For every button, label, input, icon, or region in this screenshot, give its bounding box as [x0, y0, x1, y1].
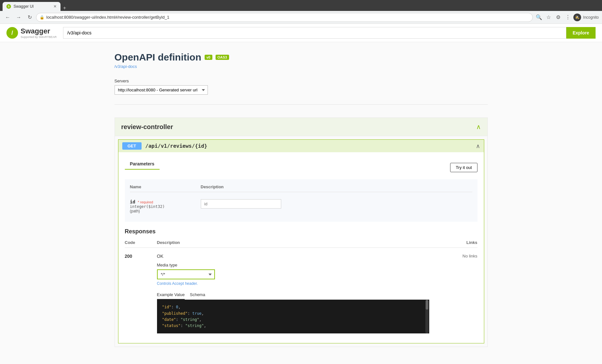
- response-row-200: 200 OK Media type */* Controls Accept he…: [125, 250, 477, 337]
- code-scrollthumb: [426, 300, 428, 310]
- swagger-header: / Swagger Supported by SMARTBEAR Explore: [0, 24, 602, 42]
- media-type-label: Media type: [157, 263, 429, 267]
- server-select[interactable]: http://localhost:8080 - Generated server…: [115, 85, 208, 95]
- tab-favicon: S: [6, 4, 11, 9]
- swagger-logo-name: Swagger: [21, 27, 57, 35]
- servers-section: Servers http://localhost:8080 - Generate…: [115, 79, 488, 95]
- params-header-row: Parameters Try it out: [125, 159, 477, 176]
- address-text: localhost:8080/swagger-ui/index.html#/re…: [46, 15, 169, 20]
- incognito-label: Incognito: [583, 15, 599, 20]
- responses-title: Responses: [125, 228, 477, 235]
- swagger-logo: / Swagger Supported by SMARTBEAR: [6, 27, 57, 39]
- lock-icon: 🔒: [40, 15, 44, 20]
- new-tab-button[interactable]: +: [60, 5, 69, 11]
- resp-col-links: Links: [429, 240, 477, 245]
- swagger-logo-icon: /: [6, 27, 18, 39]
- responses-table-header: Code Description Links: [125, 240, 477, 248]
- controller-title: review-controller: [121, 123, 173, 131]
- params-table: Name Description id * required integer($…: [125, 179, 477, 222]
- resp-col-desc: Description: [157, 240, 429, 245]
- badge-v0: v0: [205, 55, 212, 60]
- controller-section: review-controller ∧ GET /api/v1/reviews/…: [115, 117, 488, 347]
- swagger-search: Explore: [63, 27, 596, 39]
- tab-title: Swagger UI: [14, 4, 34, 9]
- browser-tab[interactable]: S Swagger UI ✕: [3, 2, 60, 11]
- divider: [115, 104, 488, 105]
- example-tabs: Example Value Schema: [157, 290, 429, 300]
- try-it-out-button[interactable]: Try it out: [450, 163, 477, 172]
- param-id-input[interactable]: [201, 199, 281, 209]
- endpoint-header[interactable]: GET /api/v1/reviews/{id} ∧: [118, 140, 484, 152]
- tab-parameters[interactable]: Parameters: [125, 159, 160, 170]
- tab-example-value[interactable]: Example Value: [157, 290, 185, 300]
- param-row: id * required integer($int32) (path): [130, 196, 472, 217]
- more-icon[interactable]: ⋮: [564, 13, 572, 22]
- col-desc-header: Description: [201, 184, 472, 189]
- search-icon[interactable]: 🔍: [535, 13, 543, 22]
- reload-button[interactable]: ↻: [25, 13, 34, 22]
- swagger-logo-text-wrapper: Swagger Supported by SMARTBEAR: [21, 27, 57, 39]
- controller-chevron-icon: ∧: [476, 123, 481, 131]
- resp-code-200: 200: [125, 254, 157, 259]
- tab-schema[interactable]: Schema: [190, 290, 205, 300]
- param-required-label: * required: [138, 200, 153, 204]
- tab-bar: S Swagger UI ✕ +: [0, 0, 602, 11]
- method-badge: GET: [122, 142, 142, 150]
- explore-button[interactable]: Explore: [566, 27, 596, 39]
- endpoint-body: Parameters Try it out Name Description i…: [118, 152, 484, 343]
- badge-oas3: OAS3: [216, 55, 229, 60]
- back-button[interactable]: ←: [3, 13, 12, 22]
- nav-icons: 🔍 ☆ ⚙ ⋮ 🕵 Incognito: [535, 13, 599, 22]
- endpoint-chevron-icon: ∧: [476, 143, 480, 150]
- endpoint-path: /api/v1/reviews/{id}: [145, 143, 208, 149]
- media-type-select[interactable]: */*: [157, 269, 215, 279]
- servers-label: Servers: [115, 79, 488, 83]
- controller-header[interactable]: review-controller ∧: [115, 118, 487, 136]
- params-col-headers: Name Description: [130, 184, 472, 192]
- params-tabs: Parameters: [125, 159, 160, 170]
- resp-links: No links: [429, 254, 477, 258]
- responses-section: Responses Code Description Links 200 OK …: [125, 228, 477, 337]
- param-name: id * required: [130, 199, 201, 204]
- param-name-cell: id * required integer($int32) (path): [130, 199, 201, 213]
- code-block: "id": 0, "published": true, "date": "str…: [157, 300, 429, 333]
- api-link[interactable]: /v3/api-docs: [115, 64, 488, 69]
- resp-ok-text: OK: [157, 254, 429, 259]
- swagger-search-input[interactable]: [63, 27, 566, 39]
- resp-col-code: Code: [125, 240, 157, 245]
- address-bar[interactable]: 🔒 localhost:8080/swagger-ui/index.html#/…: [36, 13, 533, 22]
- bookmark-icon[interactable]: ☆: [544, 13, 553, 22]
- accept-note[interactable]: Controls Accept header.: [157, 281, 429, 286]
- extensions-icon[interactable]: ⚙: [554, 13, 562, 22]
- api-title: OpenAPI definition: [115, 52, 201, 63]
- api-title-row: OpenAPI definition v0 OAS3: [115, 52, 488, 63]
- code-scrollbar[interactable]: [425, 300, 429, 333]
- param-name-text: id: [130, 199, 135, 204]
- param-desc-cell: [201, 199, 472, 209]
- nav-bar: ← → ↻ 🔒 localhost:8080/swagger-ui/index.…: [0, 11, 602, 24]
- forward-button[interactable]: →: [14, 13, 23, 22]
- param-location: (path): [130, 209, 201, 213]
- tab-close-button[interactable]: ✕: [53, 4, 57, 9]
- swagger-logo-letter: /: [11, 30, 13, 36]
- endpoint-container: GET /api/v1/reviews/{id} ∧ Parameters Tr…: [118, 139, 484, 343]
- param-type: integer($int32): [130, 204, 201, 209]
- resp-desc-col: OK Media type */* Controls Accept header…: [157, 254, 429, 333]
- incognito-badge: 🕵: [573, 14, 581, 21]
- col-name-header: Name: [130, 184, 201, 189]
- swagger-logo-sub: Supported by SMARTBEAR: [21, 35, 57, 39]
- response-main: 200 OK Media type */* Controls Accept he…: [125, 254, 477, 333]
- main-content: OpenAPI definition v0 OAS3 /v3/api-docs …: [108, 42, 494, 357]
